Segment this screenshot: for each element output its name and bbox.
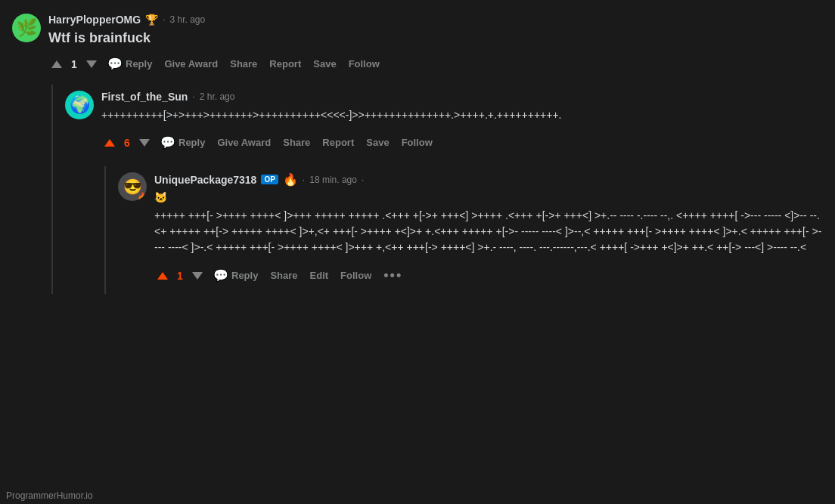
save-button[interactable]: Save	[362, 132, 393, 153]
share-button[interactable]: Share	[225, 54, 262, 74]
report-button[interactable]: Report	[265, 54, 306, 74]
upvote-button[interactable]	[154, 269, 171, 283]
comment-2: 🌍 First_of_the_Sun · 2 hr. ago +++++++++…	[65, 85, 823, 160]
vote-section: 6	[101, 136, 153, 150]
vote-count: 6	[121, 137, 133, 149]
reply-button[interactable]: 💬 Reply	[209, 264, 262, 287]
reply-button[interactable]: 💬 Reply	[103, 52, 157, 76]
give-award-button[interactable]: Give Award	[160, 54, 222, 74]
comment-3: 😎 🔥 UniquePackage7318 OP 🔥 · 18 min. ago…	[118, 166, 823, 294]
upvote-arrow-icon	[104, 139, 115, 147]
upvote-button[interactable]	[101, 136, 118, 150]
timestamp: ·	[163, 14, 165, 25]
comment-title: Wtf is brainfuck	[48, 30, 823, 46]
comment-header: UniquePackage7318 OP 🔥 · 18 min. ago ·	[154, 172, 823, 187]
downvote-button[interactable]	[83, 57, 100, 71]
comment-body: First_of_the_Sun · 2 hr. ago ++++++++++[…	[101, 91, 823, 154]
comment-text: ++++++++++[>+>+++>+++++++>++++++++++<<<<…	[101, 107, 823, 123]
share-button[interactable]: Share	[278, 132, 315, 153]
downvote-arrow-icon	[86, 60, 97, 68]
comment-body: UniquePackage7318 OP 🔥 · 18 min. ago · 🐱…	[154, 172, 823, 288]
timestamp: 2 hr. ago	[200, 91, 235, 102]
action-bar: 1 💬 Reply Give Award Share Report	[48, 52, 823, 76]
comment-1: 🌿 HarryPlopperOMG 🏆 · 3 hr. ago Wtf is b…	[12, 8, 823, 82]
comment-3-indent: 😎 🔥 UniquePackage7318 OP 🔥 · 18 min. ago…	[104, 166, 823, 294]
downvote-arrow-icon	[192, 272, 203, 280]
reply-button[interactable]: 💬 Reply	[156, 131, 210, 154]
upvote-arrow-icon	[51, 60, 62, 68]
comment-header: HarryPlopperOMG 🏆 · 3 hr. ago	[48, 14, 823, 26]
username[interactable]: UniquePackage7318	[154, 174, 256, 186]
avatar: 😎 🔥	[118, 172, 147, 201]
op-badge: OP	[261, 175, 278, 184]
vote-section: 1	[154, 269, 206, 283]
dot-separator: ·	[303, 175, 305, 185]
vote-count: 1	[68, 58, 80, 70]
follow-button[interactable]: Follow	[397, 132, 437, 153]
site-footer: ProgrammerHumor.io	[0, 487, 99, 504]
upvote-arrow-icon	[157, 272, 168, 280]
timestamp: 18 min. ago	[309, 175, 357, 185]
username[interactable]: First_of_the_Sun	[101, 91, 188, 103]
comment-header: First_of_the_Sun · 2 hr. ago	[101, 91, 823, 103]
comment-2-indent: 🌍 First_of_the_Sun · 2 hr. ago +++++++++…	[51, 85, 823, 294]
upvote-button[interactable]	[48, 57, 65, 71]
flair-bottom: 🐱	[154, 191, 823, 203]
downvote-button[interactable]	[136, 136, 153, 150]
share-button[interactable]: Share	[265, 265, 302, 286]
comments-container: 🌿 HarryPlopperOMG 🏆 · 3 hr. ago Wtf is b…	[0, 0, 835, 305]
follow-button[interactable]: Follow	[344, 54, 384, 74]
downvote-button[interactable]	[189, 269, 206, 283]
comment-icon: 💬	[160, 135, 175, 150]
edit-button[interactable]: Edit	[306, 265, 334, 286]
downvote-arrow-icon	[139, 139, 150, 147]
comment-icon: 💬	[107, 57, 123, 71]
comment-body: HarryPlopperOMG 🏆 · 3 hr. ago Wtf is bra…	[48, 14, 823, 76]
timestamp: 3 hr. ago	[169, 14, 205, 25]
user-flair: 🏆	[145, 14, 158, 26]
vote-section: 1	[48, 57, 100, 71]
dot-separator2: ·	[362, 175, 364, 185]
dot-separator: ·	[192, 91, 194, 102]
comment-icon: 💬	[213, 268, 228, 283]
report-button[interactable]: Report	[318, 132, 359, 153]
more-options-button[interactable]: •••	[379, 263, 407, 288]
vote-count: 1	[174, 270, 186, 282]
avatar: 🌍	[65, 91, 94, 119]
comment-text: +++++ +++[- >++++ ++++< ]>+++ +++++ ++++…	[154, 208, 823, 255]
avatar: 🌿	[12, 14, 41, 42]
follow-button[interactable]: Follow	[336, 265, 376, 286]
action-bar: 6 💬 Reply Give Award Share	[101, 131, 823, 154]
user-flair-top: 🔥	[283, 172, 298, 187]
save-button[interactable]: Save	[309, 54, 340, 74]
action-bar: 1 💬 Reply Share Ed	[154, 263, 823, 288]
username[interactable]: HarryPlopperOMG	[48, 14, 141, 26]
give-award-button[interactable]: Give Award	[213, 132, 275, 153]
